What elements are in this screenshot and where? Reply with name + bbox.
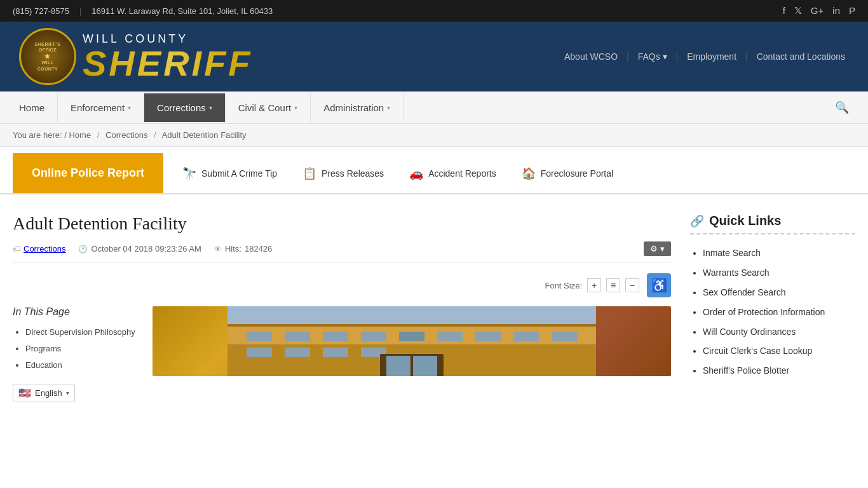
civil-court-label: Civil & Court (238, 102, 291, 113)
font-reset-button[interactable]: ≡ (606, 278, 620, 292)
list-item: Programs (25, 341, 140, 357)
breadcrumb-corrections[interactable]: Corrections (105, 130, 147, 140)
nav-divider-3: | (745, 51, 748, 62)
accident-reports-label: Accident Reports (428, 168, 496, 179)
nav-civil-court[interactable]: Civil & Court ▾ (226, 93, 311, 122)
employment-link[interactable]: Employment (683, 49, 740, 64)
nav-search-button[interactable]: 🔍 (822, 92, 862, 123)
foreclosure-portal-link[interactable]: 🏠 Foreclosure Portal (522, 166, 613, 180)
svg-rect-4 (247, 332, 272, 341)
svg-rect-11 (513, 332, 539, 341)
language-selector[interactable]: 🇺🇸 English ▾ (13, 384, 75, 402)
svg-rect-8 (399, 332, 424, 341)
breadcrumb-sep-2: / (154, 130, 156, 140)
foreclosure-portal-label: Foreclosure Portal (541, 168, 613, 179)
badge-text: SHERIFF'SOFFICE⭐WILLCOUNTY (32, 39, 64, 75)
font-increase-button[interactable]: + (587, 278, 601, 292)
svg-rect-6 (323, 332, 348, 341)
list-item: Direct Supervision Philosophy (25, 324, 140, 341)
about-wcso-link[interactable]: About WCSO (560, 49, 621, 64)
in-this-page-box: In This Page Direct Supervision Philosop… (13, 306, 140, 402)
online-police-report-button[interactable]: Online Police Report (13, 153, 163, 193)
article-body: In This Page Direct Supervision Philosop… (13, 306, 671, 402)
address: 16911 W. Laraway Rd, Suite 101, Joliet, … (92, 6, 273, 16)
toc-item-1[interactable]: Direct Supervision Philosophy (25, 327, 135, 337)
svg-rect-12 (552, 332, 577, 341)
top-bar: (815) 727-8575 | 16911 W. Laraway Rd, Su… (0, 0, 868, 22)
social-links: f 𝕏 G+ in P (783, 5, 855, 17)
facility-building-svg (153, 306, 671, 376)
corrections-chevron: ▾ (209, 104, 212, 111)
toc-item-2[interactable]: Programs (25, 344, 61, 353)
font-size-label: Font Size: (545, 281, 582, 290)
quick-bar-links: 🔭 Submit A Crime Tip 📋 Press Releases 🚗 … (163, 153, 855, 193)
order-of-protection-link[interactable]: Order of Protection Information (703, 307, 825, 317)
category-icon: 🏷 (13, 245, 20, 254)
nav-corrections[interactable]: Corrections ▾ (144, 93, 226, 122)
list-item: Order of Protection Information (703, 302, 855, 322)
submit-crime-tip-link[interactable]: 🔭 Submit A Crime Tip (182, 166, 277, 180)
list-item: Circuit Clerk's Case Lookup (703, 341, 855, 361)
in-this-page-heading: In This Page (13, 306, 140, 318)
toc-item-3[interactable]: Education (25, 360, 62, 370)
list-item: Sex Offender Search (703, 283, 855, 302)
breadcrumb-sep-1: / (97, 130, 100, 140)
accident-reports-link[interactable]: 🚗 Accident Reports (409, 166, 496, 180)
nav-home[interactable]: Home (6, 93, 58, 122)
linkedin-icon[interactable]: in (832, 5, 840, 17)
breadcrumb-home[interactable]: Home (69, 130, 91, 140)
facebook-icon[interactable]: f (783, 5, 785, 17)
inmate-search-link[interactable]: Inmate Search (703, 248, 761, 258)
sidebar: 🔗 Quick Links Inmate Search Warrants Sea… (690, 214, 855, 402)
nav-administration[interactable]: Administration ▾ (311, 93, 403, 122)
list-item: Inmate Search (703, 243, 855, 263)
sheriff-badge: SHERIFF'SOFFICE⭐WILLCOUNTY (19, 28, 76, 85)
faqs-button[interactable]: FAQs ▾ (634, 49, 671, 64)
accessibility-icon[interactable]: ♿ (647, 273, 671, 297)
article-title: Adult Detention Facility (13, 214, 671, 234)
svg-rect-5 (285, 332, 310, 341)
category-link[interactable]: Corrections (24, 244, 65, 254)
sidebar-divider (690, 233, 855, 234)
contact-link[interactable]: Contact and Locations (753, 49, 849, 64)
date-value: October 04 2018 09:23:26 AM (91, 244, 201, 254)
content-area: Adult Detention Facility 🏷 Corrections 🕐… (0, 201, 868, 415)
list-item: Will County Ordinances (703, 322, 855, 342)
language-label: English (35, 388, 62, 398)
breadcrumb-prefix: You are here: (13, 130, 62, 140)
sidebar-title-text: Quick Links (709, 214, 781, 228)
main-content: Adult Detention Facility 🏷 Corrections 🕐… (13, 214, 671, 402)
date-icon: 🕐 (78, 245, 88, 254)
article-meta: 🏷 Corrections 🕐 October 04 2018 09:23:26… (13, 241, 671, 263)
tools-button[interactable]: ⚙ ▾ (644, 241, 671, 256)
hits-value: 182426 (245, 244, 272, 254)
circuit-clerk-link[interactable]: Circuit Clerk's Case Lookup (703, 346, 812, 356)
hits-label: Hits: (225, 244, 241, 254)
quick-bar: Online Police Report 🔭 Submit A Crime Ti… (0, 153, 868, 194)
police-blotter-link[interactable]: Sheriff's Police Blotter (703, 365, 789, 376)
breadcrumb-current: Adult Detention Facility (162, 130, 247, 140)
facility-image (153, 306, 671, 376)
googleplus-icon[interactable]: G+ (811, 5, 824, 17)
crime-tip-label: Submit A Crime Tip (201, 168, 277, 179)
county-ordinances-link[interactable]: Will County Ordinances (703, 327, 796, 337)
font-decrease-button[interactable]: − (625, 278, 639, 292)
breadcrumb: You are here: / Home / Corrections / Adu… (0, 124, 868, 147)
warrants-search-link[interactable]: Warrants Search (703, 268, 770, 278)
svg-rect-13 (247, 348, 272, 357)
pinterest-icon[interactable]: P (849, 5, 855, 17)
press-releases-icon: 📋 (302, 166, 316, 180)
quick-links-icon: 🔗 (690, 214, 704, 228)
twitter-icon[interactable]: 𝕏 (794, 5, 802, 17)
svg-rect-18 (386, 356, 410, 376)
sex-offender-search-link[interactable]: Sex Offender Search (703, 287, 785, 297)
header-nav: About WCSO | FAQs ▾ | Employment | Conta… (560, 49, 849, 64)
svg-rect-10 (475, 332, 501, 341)
in-this-page-list: Direct Supervision Philosophy Programs E… (13, 324, 140, 374)
list-item: Education (25, 357, 140, 374)
language-chevron: ▾ (66, 390, 69, 396)
nav-enforcement[interactable]: Enforcement ▾ (58, 93, 144, 122)
list-item: Warrants Search (703, 263, 855, 283)
press-releases-link[interactable]: 📋 Press Releases (302, 166, 384, 180)
enforcement-label: Enforcement (71, 102, 125, 113)
